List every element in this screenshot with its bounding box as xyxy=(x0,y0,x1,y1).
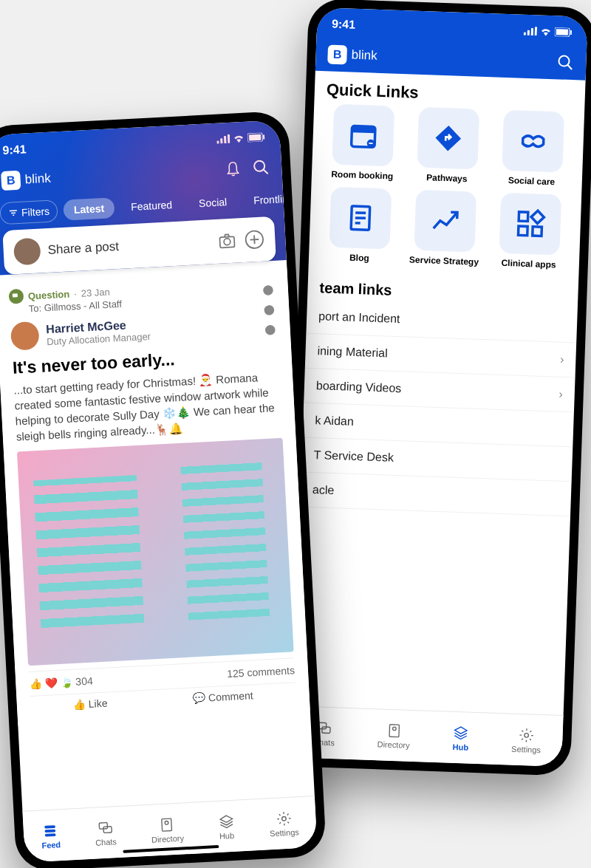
svg-rect-49 xyxy=(45,829,56,832)
heart-icon: ❤️ xyxy=(44,677,58,689)
header-area: 9:41 B blink xyxy=(315,7,588,81)
author-avatar xyxy=(10,321,40,351)
nav-settings[interactable]: Settings xyxy=(269,810,300,838)
svg-rect-50 xyxy=(45,833,56,836)
logo-text: blink xyxy=(24,171,51,188)
tile-pathways[interactable]: Pathways xyxy=(408,106,488,185)
search-icon[interactable] xyxy=(252,158,270,177)
svg-rect-0 xyxy=(524,33,526,35)
leaf-icon: 🍃 xyxy=(60,676,73,688)
search-icon[interactable] xyxy=(556,53,575,72)
camera-icon[interactable] xyxy=(217,231,237,251)
svg-rect-29 xyxy=(224,136,227,143)
status-time: 9:41 xyxy=(332,18,356,32)
wifi-icon xyxy=(233,134,245,143)
tile-social-care[interactable]: Social care xyxy=(493,109,573,188)
tab-featured[interactable]: Featured xyxy=(120,194,182,217)
battery-icon xyxy=(247,132,266,142)
svg-rect-19 xyxy=(518,226,527,236)
screen-hub: 9:41 B blink Quick Links Room booking xyxy=(291,7,587,767)
logo-icon: B xyxy=(327,44,347,64)
like-button[interactable]: 👍 Like xyxy=(73,697,108,711)
tile-blog[interactable]: Blog xyxy=(321,186,400,264)
svg-rect-21 xyxy=(531,211,544,223)
svg-rect-18 xyxy=(519,212,528,222)
directory-icon xyxy=(386,722,403,739)
nav-hub[interactable]: Hub xyxy=(217,813,235,840)
tile-service-strategy[interactable]: Service Strategy xyxy=(405,189,485,267)
nav-settings[interactable]: Settings xyxy=(511,726,542,753)
svg-rect-3 xyxy=(535,27,537,35)
trend-icon xyxy=(429,205,461,236)
svg-point-25 xyxy=(392,727,396,731)
nav-feed[interactable]: Feed xyxy=(41,822,61,850)
phone-feed: 9:41 B blink xyxy=(0,111,327,868)
chevron-right-icon: › xyxy=(558,388,563,401)
author-row[interactable]: Harriet McGee Duty Allocation Manager xyxy=(10,309,277,351)
signal-icon xyxy=(524,27,537,36)
comment-button[interactable]: 💬 Comment xyxy=(193,689,253,704)
nav-directory[interactable]: Directory xyxy=(377,722,410,750)
battery-icon xyxy=(555,27,573,37)
tab-social[interactable]: Social xyxy=(188,191,238,213)
svg-rect-31 xyxy=(247,133,263,143)
bell-icon[interactable] xyxy=(224,160,242,178)
chats-icon xyxy=(97,819,114,836)
filters-button[interactable]: Filters xyxy=(0,199,58,225)
tile-room-booking[interactable]: Room booking xyxy=(324,103,403,182)
like-icon: 👍 xyxy=(29,677,42,690)
hub-icon xyxy=(453,724,470,741)
diamond-turn-icon xyxy=(432,122,464,154)
svg-line-36 xyxy=(10,211,17,211)
svg-rect-30 xyxy=(228,134,230,143)
status-icons xyxy=(216,132,266,143)
composer-placeholder: Share a post xyxy=(47,234,211,257)
handshake-icon xyxy=(517,125,549,157)
likes-count[interactable]: 👍 ❤️ 🍃 304 xyxy=(29,675,93,690)
post-card: Question · 23 Jan To: Gillmoss - All Sta… xyxy=(0,267,310,725)
tab-latest[interactable]: Latest xyxy=(63,197,115,221)
svg-rect-44 xyxy=(13,293,18,297)
post-image[interactable] xyxy=(17,438,294,666)
question-chip-icon xyxy=(8,289,24,304)
bottom-nav-hub: Chats Directory Hub Settings xyxy=(291,705,563,767)
plus-icon[interactable] xyxy=(244,229,265,250)
svg-point-45 xyxy=(263,285,273,295)
tab-frontline[interactable]: Frontlin xyxy=(242,188,298,211)
svg-point-26 xyxy=(525,733,529,737)
more-icon[interactable] xyxy=(261,280,277,341)
nav-hub[interactable]: Hub xyxy=(452,724,469,751)
phone-hub: 9:41 B blink Quick Links Room booking xyxy=(282,0,591,776)
screen-feed: 9:41 B blink xyxy=(0,120,318,862)
nav-chats[interactable]: Chats xyxy=(95,819,117,847)
status-icons xyxy=(524,27,573,37)
logo: B blink xyxy=(1,169,51,191)
comments-count[interactable]: 125 comments xyxy=(227,664,296,680)
svg-point-34 xyxy=(254,160,265,171)
post-tag: Question xyxy=(28,288,70,301)
svg-rect-33 xyxy=(263,134,264,139)
header-area-feed: 9:41 B blink xyxy=(0,120,287,275)
svg-rect-27 xyxy=(216,141,219,144)
svg-rect-5 xyxy=(556,29,568,35)
svg-line-8 xyxy=(567,65,572,69)
svg-point-40 xyxy=(224,239,230,245)
svg-line-35 xyxy=(263,169,267,174)
feed-icon xyxy=(42,822,59,839)
svg-rect-48 xyxy=(45,825,56,828)
svg-point-54 xyxy=(165,821,168,824)
settings-icon xyxy=(275,810,292,827)
signal-icon xyxy=(216,134,230,144)
nav-directory[interactable]: Directory xyxy=(150,816,184,844)
svg-rect-6 xyxy=(570,30,572,35)
tile-clinical-apps[interactable]: Clinical apps xyxy=(490,192,570,270)
logo-text: blink xyxy=(351,48,378,64)
svg-point-47 xyxy=(265,325,276,335)
svg-rect-28 xyxy=(220,138,222,143)
hub-icon xyxy=(217,813,234,830)
quick-links-grid: Room booking Pathways Social care Blog S… xyxy=(308,103,584,278)
svg-rect-32 xyxy=(249,134,261,141)
post-date: 23 Jan xyxy=(81,286,110,298)
status-time: 9:41 xyxy=(2,143,27,157)
svg-line-43 xyxy=(250,239,259,240)
